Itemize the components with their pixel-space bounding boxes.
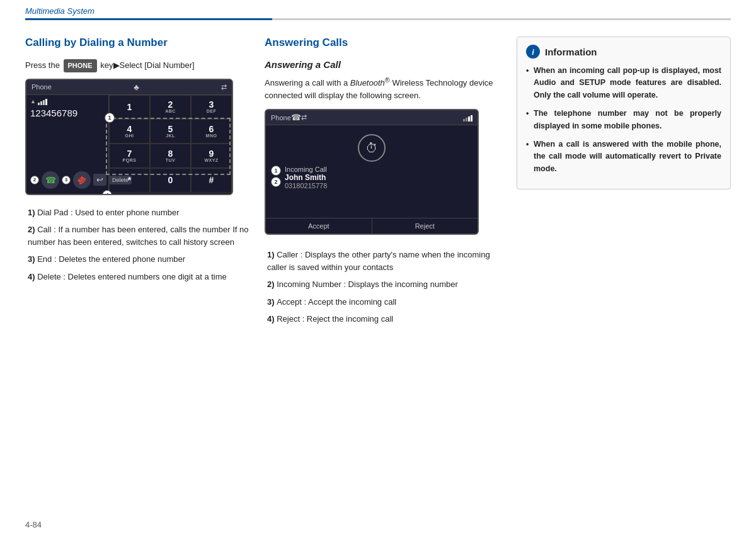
dashed-box: [106, 118, 231, 175]
dial-phone-label: Phone: [32, 83, 52, 91]
press-suffix: key▶Select [Dial Number]: [100, 60, 194, 70]
info-icon: i: [526, 45, 540, 59]
mid-list-title-4: Reject: [277, 314, 300, 324]
list-num-2: 2): [28, 225, 37, 234]
list-num-4: 4): [28, 272, 37, 281]
answer-buttons: Accept Reject: [266, 218, 478, 234]
info-bullet-3: When a call is answered with the mobile …: [526, 138, 721, 175]
info-bullet-2: The telephone number may not be properly…: [526, 108, 721, 132]
key-2[interactable]: 2ABC: [150, 95, 191, 120]
list-title-1: Dial Pad: [37, 208, 68, 217]
dialed-number: 123456789: [30, 106, 105, 120]
answering-phone-label: Phone: [271, 114, 291, 121]
middle-list-item: 2) Incoming Number : Displays the incomi…: [265, 278, 504, 291]
answering-desc: Answering a call with a Bluetooth® Wirel…: [265, 75, 504, 101]
header-line: [25, 18, 731, 20]
key-1[interactable]: 1: [109, 95, 150, 120]
clock-area: ⏱: [266, 134, 478, 162]
middle-list: 1) Caller : Displays the other party's n…: [265, 249, 504, 325]
call-icon: ☎: [291, 113, 301, 122]
info-box: i Information When an incoming call pop-…: [517, 37, 731, 189]
list-desc-1: : Used to enter phone number: [68, 208, 179, 217]
caller-name: John Smith: [285, 173, 467, 182]
reject-btn[interactable]: Reject: [372, 218, 478, 234]
list-title-2: Call: [37, 225, 51, 234]
mid-list-title-1: Caller: [277, 250, 298, 259]
circle-label-1: 1: [105, 113, 115, 123]
list-title-3: End: [37, 254, 52, 264]
dial-screen-header: Phone ♣ ⇄: [26, 80, 232, 95]
main-content: Calling by Dialing a Number Press the PH…: [0, 24, 756, 343]
middle-list-item: 3) Accept : Accept the incoming call: [265, 296, 504, 308]
answering-arrow-icon: ⇄: [301, 113, 307, 121]
phone-key-badge: PHONE: [64, 59, 97, 72]
list-num-1: 1): [28, 208, 37, 217]
left-list: 1) Dial Pad : Used to enter phone number…: [25, 206, 252, 283]
dial-pad: 1 2ABC 3DEF 4GHI 5JKL 6MNO 7PQRS 8TUV 9W…: [108, 95, 232, 193]
press-instruction: Press the PHONE key▶Select [Dial Number]: [25, 59, 252, 72]
end-btn[interactable]: ☎: [69, 167, 94, 193]
call-btn[interactable]: ☎: [42, 171, 59, 189]
middle-column: Answering Calls Answering a Call Answeri…: [265, 37, 504, 330]
clock-icon: ⏱: [358, 134, 386, 162]
list-item: 2) Call : If a number has been entered, …: [25, 223, 252, 248]
info-header: i Information: [526, 45, 721, 59]
answering-phone-screen: Phone ☎ ⇄ ⏱ 1 Incoming Call 2 John Smi: [265, 109, 479, 235]
list-item: 4) Delete : Deletes entered numbers one …: [25, 271, 252, 283]
header-title: Multimedia System: [25, 6, 731, 16]
bluetooth-icon: ♣: [134, 82, 139, 92]
list-desc-3: : Deletes the entered phone number: [52, 254, 185, 264]
list-num-3: 3): [28, 254, 37, 264]
left-column: Calling by Dialing a Number Press the PH…: [25, 37, 252, 330]
answering-subtitle: Answering a Call: [265, 59, 504, 70]
middle-list-item: 1) Caller : Displays the other party's n…: [265, 249, 504, 273]
middle-section-title: Answering Calls: [265, 37, 504, 49]
list-item: 3) End : Deletes the entered phone numbe…: [25, 253, 252, 266]
incoming-call-label: Incoming Call: [285, 166, 467, 173]
list-item: 1) Dial Pad : Used to enter phone number: [25, 206, 252, 219]
mid-list-title-2: Incoming Number: [277, 279, 341, 289]
mid-list-num-2: 2): [267, 279, 277, 289]
page-number: 4-84: [25, 520, 42, 529]
circle-label-2: 2: [30, 176, 39, 184]
middle-list-item: 4) Reject : Reject the incoming call: [265, 313, 504, 325]
info-title: Information: [545, 47, 597, 57]
signal-area: ▲: [30, 98, 105, 105]
circle-label-ans-2: 2: [271, 177, 281, 187]
info-bullets: When an incoming call pop-up is displaye…: [526, 65, 721, 175]
right-column: i Information When an incoming call pop-…: [517, 37, 731, 330]
arrow-icon: ⇄: [221, 83, 227, 91]
back-btn[interactable]: ↩: [93, 174, 106, 186]
answering-screen-header: Phone ☎ ⇄: [266, 110, 478, 125]
signal-icon: [38, 98, 47, 105]
mid-list-desc-1: : Displays the other party's name when t…: [267, 250, 490, 272]
accept-btn[interactable]: Accept: [266, 218, 372, 234]
dial-phone-screen: Phone ♣ ⇄ ▲: [25, 79, 233, 195]
page-header: Multimedia System: [0, 0, 756, 20]
mid-list-num-1: 1): [267, 250, 277, 259]
list-desc-2: : If a number has been entered, calls th…: [28, 225, 249, 247]
page-footer: 4-84: [25, 520, 42, 529]
mid-list-num-4: 4): [267, 314, 277, 324]
mid-list-desc-2: : Displays the incoming number: [341, 279, 458, 289]
mid-list-title-3: Accept: [277, 297, 302, 307]
mid-list-desc-3: : Accept the incoming call: [302, 297, 396, 307]
list-title-4: Delete: [37, 272, 61, 281]
left-section-title: Calling by Dialing a Number: [25, 37, 252, 49]
circle-label-ans-1: 1: [271, 166, 281, 176]
answering-signal-icon: [463, 114, 472, 121]
incoming-info: 1 Incoming Call 2 John Smith 03180215778: [266, 162, 478, 189]
caller-number: 03180215778: [285, 182, 467, 189]
list-desc-4: : Deletes entered numbers one digit at a…: [61, 272, 227, 281]
mid-list-desc-4: : Reject the incoming call: [300, 314, 393, 324]
key-3[interactable]: 3DEF: [191, 95, 232, 120]
mid-list-num-3: 3): [267, 297, 277, 307]
info-bullet-1: When an incoming call pop-up is displaye…: [526, 65, 721, 101]
circle-label-3: 3: [62, 176, 71, 184]
